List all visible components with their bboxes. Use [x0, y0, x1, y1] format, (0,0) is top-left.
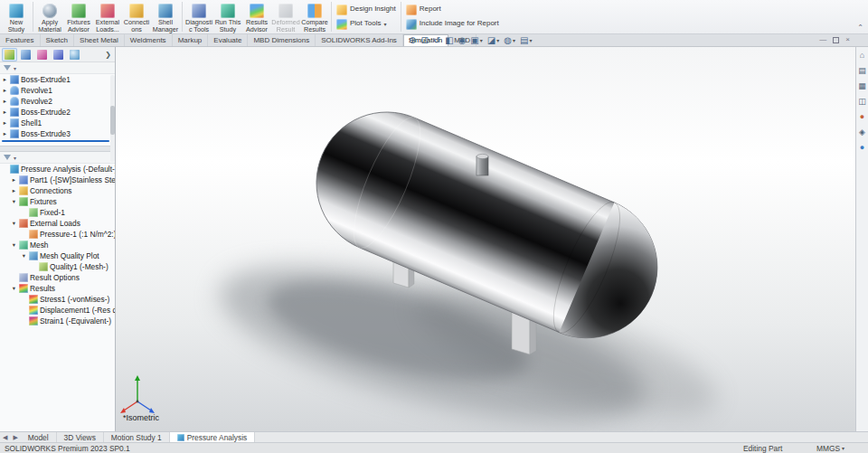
plot-tools-button[interactable]: Plot Tools ▾ — [336, 19, 396, 30]
tree-item-connections[interactable]: ▸ Connections — [0, 185, 115, 196]
tree-item-boss-extrude1[interactable]: ▸ Boss-Extrude1 — [0, 74, 115, 85]
tree-item-external-loads[interactable]: ▾ External Loads — [0, 218, 115, 229]
tab-features[interactable]: Features — [0, 34, 41, 46]
include-image-for-report-button[interactable]: Include Image for Report — [406, 19, 499, 30]
tab-featuremanager-design-tree[interactable] — [2, 48, 17, 61]
expand-arrow-icon[interactable]: ▸ — [2, 76, 8, 83]
display-style-icon[interactable]: ▣▾ — [470, 36, 482, 45]
expand-arrow-icon[interactable]: ▾ — [11, 285, 17, 292]
expand-arrow-icon[interactable]: ▾ — [21, 252, 27, 260]
tab-weldments[interactable]: Weldments — [125, 34, 173, 46]
minimize-window-icon[interactable]: — — [819, 36, 826, 43]
zoom-to-area-icon[interactable]: ⊡ — [420, 36, 428, 45]
shell-manager-button[interactable]: Shell Manager — [151, 1, 180, 33]
expand-arrow-icon[interactable]: ▸ — [11, 187, 17, 194]
rollback-bar[interactable] — [2, 140, 109, 142]
filter-funnel-icon[interactable] — [4, 65, 11, 71]
run-this-study-button[interactable]: Run This Study — [213, 1, 242, 33]
close-window-icon[interactable]: × — [845, 36, 850, 43]
tab-scroll-left-icon[interactable]: ◀ — [0, 432, 10, 442]
apply-material-button[interactable]: Apply Material — [35, 1, 64, 33]
ribbon-collapse-arrow[interactable]: ⌃ — [857, 24, 863, 32]
tab-model[interactable]: Model — [21, 432, 57, 442]
manager-tabs-overflow-icon[interactable]: ❯ — [105, 51, 113, 59]
tree-item-boss-extrude2[interactable]: ▸ Boss-Extrude2 — [0, 107, 115, 118]
tree-item-result-options[interactable]: Result Options — [0, 272, 115, 283]
section-view-icon[interactable]: ◧ — [445, 36, 453, 45]
tab-scroll-right-icon[interactable]: ▶ — [10, 432, 20, 442]
tab-pressure-analysis[interactable]: Pressure Analysis — [170, 432, 256, 442]
design-insight-button[interactable]: Design Insight — [336, 5, 396, 15]
connections-advisor-button[interactable]: Connections Advisor — [122, 1, 151, 33]
solidworks-resources-icon[interactable]: ⌂ — [860, 52, 864, 60]
hide-show-items-icon[interactable]: ◪▾ — [487, 36, 499, 45]
graphics-area[interactable]: *Isometric — [116, 47, 868, 431]
pressure-vessel-3d-model[interactable] — [116, 47, 868, 431]
tree-item-part1[interactable]: ▸ Part1 (-[SW]Stainless Steel (fe... — [0, 175, 115, 185]
expand-arrow-icon[interactable]: ▾ — [11, 241, 17, 249]
expand-arrow-icon[interactable]: ▸ — [2, 130, 8, 137]
new-study-button[interactable]: New Study — [2, 1, 31, 33]
tree-item-displacement1[interactable]: Displacement1 (-Res disp-) — [0, 305, 115, 316]
tab-propertymanager[interactable] — [18, 48, 33, 61]
previous-view-icon[interactable]: ↺ — [433, 36, 440, 45]
expand-arrow-icon[interactable]: ▾ — [11, 198, 17, 205]
tree-item-revolve2[interactable]: ▸ Revolve2 — [0, 96, 115, 107]
diagnostic-tools-button[interactable]: Diagnostic Tools — [184, 1, 213, 33]
tab-solidworks-add-ins[interactable]: SOLIDWORKS Add-Ins — [316, 34, 403, 46]
tree-item-strain1[interactable]: Strain1 (-Equivalent-) — [0, 316, 115, 326]
scrollbar-thumb[interactable] — [110, 106, 115, 135]
tree-item-boss-extrude3[interactable]: ▸ Boss-Extrude3 — [0, 128, 115, 139]
edit-appearance-icon[interactable]: ◍▾ — [504, 36, 515, 45]
tree-item-study-root[interactable]: Pressure Analysis (-Default-) — [0, 164, 115, 175]
tree-item-quality1[interactable]: Quality1 (-Mesh-) — [0, 261, 115, 272]
tree-item-fixtures[interactable]: ▾ Fixtures — [0, 196, 115, 207]
tab-mbd-dimensions[interactable]: MBD Dimensions — [248, 34, 316, 46]
results-advisor-button[interactable]: Results Advisor — [242, 1, 271, 33]
report-button[interactable]: Report — [406, 5, 499, 15]
expand-arrow-icon[interactable]: ▸ — [11, 176, 17, 184]
tree-item-pressure-1[interactable]: Pressure-1 (:1 N/m^2:) — [0, 229, 115, 240]
tree-item-results[interactable]: ▾ Results — [0, 283, 115, 294]
unit-system-selector[interactable]: MMGS ▾ — [816, 444, 844, 453]
filter-funnel-icon[interactable] — [4, 155, 11, 160]
filter-caret-icon[interactable]: ▾ — [14, 65, 16, 71]
appearances-scenes-icon[interactable]: ● — [860, 113, 864, 121]
restore-window-icon[interactable] — [833, 37, 839, 43]
fixtures-advisor-button[interactable]: Fixtures Advisor — [64, 1, 93, 33]
tab-evaluate[interactable]: Evaluate — [208, 34, 248, 46]
tree-item-fixed-1[interactable]: Fixed-1 — [0, 207, 115, 218]
tab-sketch[interactable]: Sketch — [41, 34, 74, 46]
expand-arrow-icon[interactable]: ▾ — [11, 220, 17, 227]
view-settings-icon[interactable]: ▤▾ — [520, 36, 532, 45]
tree-item-shell1[interactable]: ▸ Shell1 — [0, 118, 115, 128]
expand-arrow-icon[interactable]: ▸ — [2, 119, 8, 127]
tree-item-revolve1[interactable]: ▸ Revolve1 — [0, 85, 115, 96]
tab-3d-views[interactable]: 3D Views — [57, 432, 104, 442]
custom-properties-icon[interactable]: ◈ — [859, 128, 865, 137]
tab-dimxpertmanager[interactable] — [51, 48, 66, 61]
file-explorer-icon[interactable]: ▦ — [858, 82, 866, 90]
tree-item-stress1[interactable]: Stress1 (-vonMises-) — [0, 294, 115, 305]
view-palette-icon[interactable]: ◫ — [858, 98, 866, 106]
tab-displaymanager[interactable] — [67, 48, 82, 61]
tab-sheet-metal[interactable]: Sheet Metal — [74, 34, 125, 46]
feature-tree-scrollbar[interactable] — [110, 75, 115, 162]
zoom-to-fit-icon[interactable]: ⊕ — [409, 36, 416, 45]
expand-arrow-icon[interactable]: ▸ — [2, 98, 8, 105]
tab-markup[interactable]: Markup — [173, 34, 209, 46]
vessel-nozzle[interactable] — [476, 154, 488, 175]
tree-item-mesh-quality-plot[interactable]: ▾ Mesh Quality Plot — [0, 250, 115, 261]
external-loads-button[interactable]: External Loads... — [93, 1, 122, 33]
panel-splitter[interactable] — [0, 146, 115, 152]
solidworks-forum-icon[interactable]: ● — [860, 144, 864, 152]
tab-configurationmanager[interactable] — [34, 48, 50, 61]
compare-results-button[interactable]: Compare Results — [300, 1, 329, 33]
tree-item-mesh[interactable]: ▾ Mesh — [0, 240, 115, 250]
dynamic-annotation-views-icon[interactable]: ◉ — [458, 36, 467, 45]
design-library-icon[interactable]: ▤ — [858, 67, 866, 75]
expand-arrow-icon[interactable]: ▸ — [2, 109, 8, 116]
tab-motion-study-1[interactable]: Motion Study 1 — [104, 432, 170, 442]
expand-arrow-icon[interactable]: ▸ — [2, 87, 8, 94]
filter-caret-icon[interactable]: ▾ — [14, 155, 16, 161]
